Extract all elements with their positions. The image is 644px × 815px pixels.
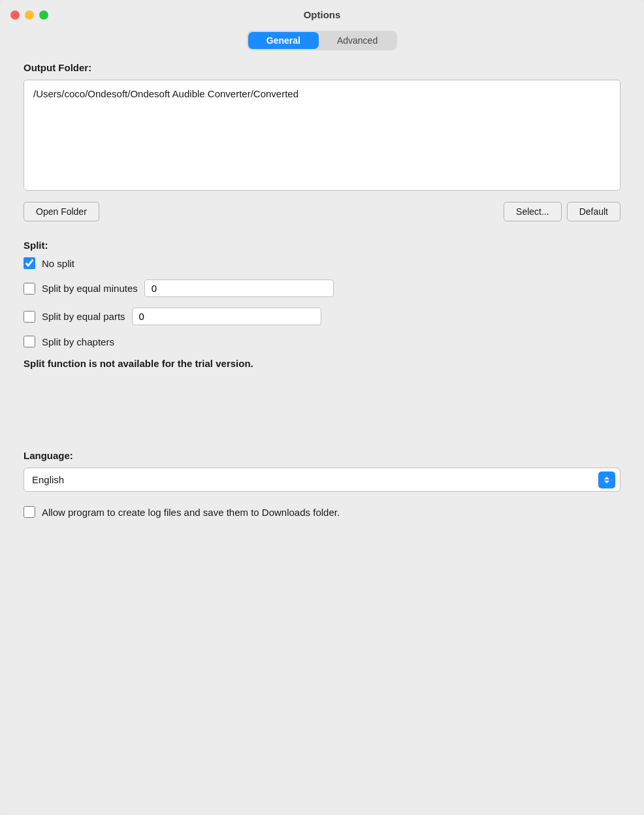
split-option-minutes: Split by equal minutes (24, 280, 620, 297)
close-button[interactable] (10, 10, 20, 20)
split-section: Split: No split Split by equal minutes S… (24, 240, 620, 369)
split-notice: Split function is not available for the … (24, 358, 620, 369)
log-files-section: Allow program to create log files and sa… (24, 506, 620, 518)
log-files-label[interactable]: Allow program to create log files and sa… (42, 507, 340, 518)
log-files-checkbox[interactable] (24, 506, 35, 518)
no-split-label[interactable]: No split (42, 258, 74, 269)
split-parts-label[interactable]: Split by equal parts (42, 311, 125, 322)
folder-buttons: Open Folder Select... Default (24, 202, 620, 221)
output-folder-label: Output Folder: (24, 62, 620, 73)
tabs: General Advanced (247, 31, 397, 50)
split-option-chapters: Split by chapters (24, 336, 620, 347)
tab-advanced[interactable]: Advanced (319, 32, 396, 49)
split-minutes-input[interactable] (144, 280, 334, 297)
tabs-container: General Advanced (0, 31, 644, 50)
split-chapters-checkbox[interactable] (24, 336, 35, 347)
split-parts-checkbox[interactable] (24, 311, 35, 323)
no-split-checkbox[interactable] (24, 257, 35, 269)
window: Options General Advanced Output Folder: … (0, 0, 644, 815)
split-option-parts: Split by equal parts (24, 308, 620, 325)
tab-general[interactable]: General (248, 32, 319, 49)
split-label: Split: (24, 240, 620, 251)
language-select[interactable]: English Chinese French German Japanese K… (24, 468, 620, 492)
split-chapters-label[interactable]: Split by chapters (42, 336, 114, 347)
window-controls (10, 10, 48, 20)
split-option-no-split: No split (24, 257, 620, 269)
split-minutes-label[interactable]: Split by equal minutes (42, 283, 138, 294)
language-label: Language: (24, 450, 620, 461)
language-select-wrapper: English Chinese French German Japanese K… (24, 468, 620, 492)
folder-btn-left: Open Folder (24, 202, 99, 221)
language-section: Language: English Chinese French German … (24, 450, 620, 492)
output-folder-input[interactable] (24, 80, 620, 191)
titlebar: Options (0, 0, 644, 27)
select-button[interactable]: Select... (504, 202, 562, 221)
window-title: Options (304, 9, 341, 20)
open-folder-button[interactable]: Open Folder (24, 202, 99, 221)
content: Output Folder: Open Folder Select... Def… (0, 62, 644, 518)
default-button[interactable]: Default (567, 202, 620, 221)
split-minutes-checkbox[interactable] (24, 283, 35, 295)
split-parts-input[interactable] (132, 308, 321, 325)
folder-btn-right: Select... Default (504, 202, 620, 221)
minimize-button[interactable] (25, 10, 34, 20)
maximize-button[interactable] (39, 10, 48, 20)
